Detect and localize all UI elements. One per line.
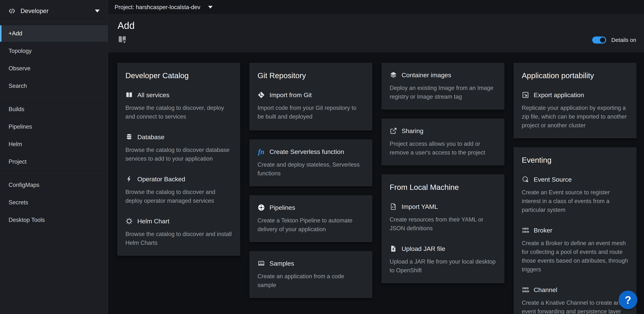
database-icon (126, 133, 133, 141)
add-item-pipelines[interactable]: Pipelines Create a Tekton Pipeline to au… (258, 204, 364, 234)
helm-icon (126, 217, 133, 225)
add-item-container-images[interactable]: Container images Deploy an existing Imag… (390, 71, 496, 101)
perspective-switcher[interactable]: Developer (0, 0, 108, 22)
sidebar-item-desktop-tools[interactable]: Desktop Tools (0, 212, 108, 228)
card-samples: Samples Create an application from a cod… (249, 251, 372, 298)
add-item-samples[interactable]: Samples Create an application from a cod… (258, 260, 364, 290)
main-area: Project: harshcasper-localsta-dev Add De… (108, 0, 644, 314)
item-title: Create Serverless function (270, 148, 344, 155)
event-source-icon (522, 176, 529, 183)
add-item-export-application[interactable]: Export application Replicate your applic… (522, 91, 628, 130)
sidebar-item-builds[interactable]: Builds (0, 101, 108, 117)
card-title: Developer Catalog (126, 71, 232, 80)
cards-column-1: Developer Catalog All services Browse th… (117, 63, 240, 256)
chevron-down-icon (95, 9, 100, 12)
sidebar-item-add[interactable]: +Add (0, 25, 108, 42)
sidebar-item-search[interactable]: Search (0, 78, 108, 94)
item-description: Project access allows you to add or remo… (390, 139, 496, 157)
sidebar-item-pipelines[interactable]: Pipelines (0, 119, 108, 135)
item-description: Replicate your application by exporting … (522, 103, 628, 130)
item-description: Create a Tekton Pipeline to automate del… (258, 216, 364, 234)
card-pipelines: Pipelines Create a Tekton Pipeline to au… (249, 195, 372, 242)
git-icon (258, 91, 265, 99)
file-code-icon (390, 203, 397, 210)
nav-group-resources: Builds Pipelines Helm Project (0, 97, 108, 173)
layers-icon (390, 71, 397, 79)
item-title: All services (137, 91, 170, 99)
card-application-portability: Application portability Export applicati… (514, 63, 636, 138)
add-item-upload-jar-file[interactable]: Upload JAR file Upload a JAR file from y… (390, 245, 496, 275)
add-item-channel[interactable]: Channel Create a Knative Channel to crea… (522, 286, 628, 314)
item-title: Operator Backed (137, 176, 185, 183)
sidebar-item-helm[interactable]: Helm (0, 136, 108, 152)
samples-laptop-icon (258, 260, 265, 267)
item-description: Browse the catalog to discover and insta… (126, 230, 232, 247)
file-upload-icon (390, 245, 397, 252)
add-item-broker[interactable]: Broker Create a Broker to define an even… (522, 227, 628, 274)
item-title: Samples (270, 260, 294, 267)
add-item-sharing[interactable]: Sharing Project access allows you to add… (390, 127, 496, 157)
item-description: Create an application from a code sample (258, 272, 364, 290)
page-title: Add (118, 20, 636, 31)
sidebar-item-configmaps[interactable]: ConfigMaps (0, 177, 108, 193)
cards-column-2: Git Repository Import from Git Import co… (249, 63, 372, 298)
openshift-console-window: Developer +Add Topology Observe Search B… (0, 0, 644, 314)
item-title: Import from Git (270, 91, 312, 99)
card-from-local-machine: From Local Machine Import YAML Create re… (382, 174, 504, 283)
nav-group-main: +Add Topology Observe Search (0, 22, 108, 97)
item-description: Create an Event source to register inter… (522, 188, 628, 214)
item-description: Browse the catalog to discover database … (126, 146, 232, 163)
item-description: Create and deploy stateless, Serverless … (258, 160, 364, 178)
project-selector-label: Project: harshcasper-localsta-dev (114, 4, 200, 10)
add-cards-grid: Developer Catalog All services Browse th… (108, 52, 644, 314)
sidebar-item-project[interactable]: Project (0, 154, 108, 170)
item-title: Container images (402, 71, 451, 79)
code-icon (8, 7, 16, 15)
add-item-database[interactable]: Database Browse the catalog to discover … (126, 133, 232, 163)
help-button[interactable]: ? (619, 291, 637, 309)
card-container-images: Container images Deploy an existing Imag… (382, 63, 504, 110)
add-item-helm-chart[interactable]: Helm Chart Browse the catalog to discove… (126, 217, 232, 247)
question-mark-icon: ? (624, 294, 631, 306)
project-selector[interactable]: Project: harshcasper-localsta-dev (114, 4, 212, 10)
item-title: Broker (534, 227, 552, 234)
sidebar-item-secrets[interactable]: Secrets (0, 194, 108, 211)
add-item-all-services[interactable]: All services Browse the catalog to disco… (126, 91, 232, 121)
card-sharing: Sharing Project access allows you to add… (382, 119, 504, 165)
book-icon (126, 91, 133, 99)
item-description: Import code from your Git repository to … (258, 103, 364, 121)
chevron-down-icon (208, 6, 212, 8)
share-icon (390, 127, 397, 135)
card-eventing: Eventing Event Source Create an Event so… (514, 147, 636, 314)
details-switch[interactable] (592, 36, 606, 43)
add-item-event-source[interactable]: Event Source Create an Event source to r… (522, 176, 628, 214)
item-description: Deploy an existing Image from an Image r… (390, 84, 496, 101)
card-title: Eventing (522, 156, 628, 165)
sidebar-item-observe[interactable]: Observe (0, 60, 108, 77)
card-title: Git Repository (258, 71, 364, 80)
item-title: Database (137, 133, 164, 141)
channel-icon (522, 286, 529, 294)
cards-column-3: Container images Deploy an existing Imag… (382, 63, 504, 283)
card-title: Application portability (522, 71, 628, 80)
item-description: Create a Broker to define an event mesh … (522, 239, 628, 274)
item-description: Create a Knative Channel to create an ev… (522, 298, 628, 314)
book-plus-icon[interactable] (118, 35, 127, 44)
item-description: Create resources from their YAML or JSON… (390, 215, 496, 233)
add-item-import-from-git[interactable]: Import from Git Import code from your Gi… (258, 91, 364, 121)
item-title: Event Source (534, 176, 572, 183)
item-title: Helm Chart (137, 218, 170, 225)
item-title: Export application (534, 91, 584, 99)
sidebar-item-topology[interactable]: Topology (0, 43, 108, 59)
item-description: Browse the catalog to discover, deploy a… (126, 103, 232, 121)
card-developer-catalog: Developer Catalog All services Browse th… (117, 63, 240, 256)
pipelines-icon (258, 204, 265, 211)
details-toggle-label: Details on (612, 37, 636, 43)
add-item-create-serverless-function[interactable]: fn Create Serverless function Create and… (258, 148, 364, 178)
card-title: From Local Machine (390, 183, 496, 192)
switch-knob (600, 37, 605, 43)
cards-column-4: Application portability Export applicati… (514, 63, 636, 314)
add-item-import-yaml[interactable]: Import YAML Create resources from their … (390, 203, 496, 233)
serverless-fn-icon: fn (258, 148, 265, 155)
add-item-operator-backed[interactable]: Operator Backed Browse the catalog to di… (126, 175, 232, 205)
